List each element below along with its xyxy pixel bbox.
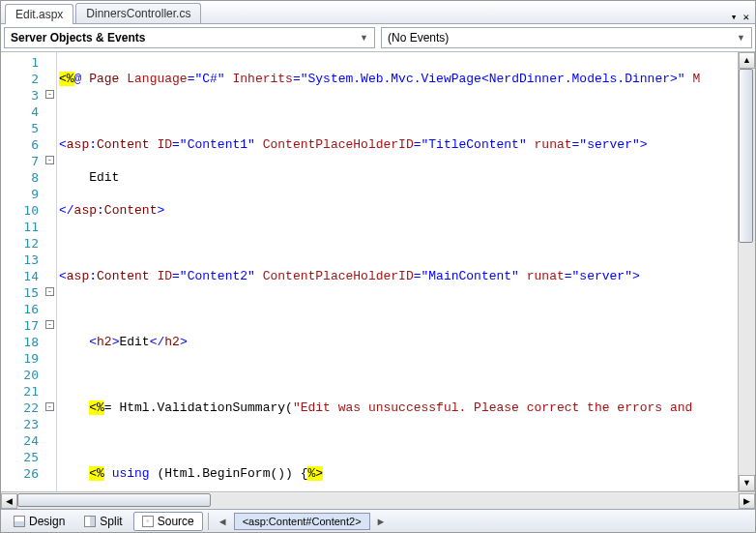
fold-toggle[interactable]: - xyxy=(45,156,54,164)
line-number: 23 xyxy=(1,416,56,432)
code-editor: 1 2 3- 4 5 6 7- 8 9 10 11 12 13 14 15- 1… xyxy=(1,52,755,491)
line-number: 22- xyxy=(1,400,56,416)
scrollbar-track[interactable] xyxy=(739,69,755,475)
events-dropdown-label: (No Events) xyxy=(388,31,449,44)
chevron-down-icon: ▼ xyxy=(360,33,368,43)
scroll-left-icon[interactable]: ◀ xyxy=(1,493,17,509)
line-number: 11 xyxy=(1,219,56,235)
line-number: 9 xyxy=(1,186,56,202)
fold-toggle[interactable]: - xyxy=(45,402,54,411)
events-dropdown[interactable]: (No Events) ▼ xyxy=(381,27,752,48)
line-number: 12 xyxy=(1,235,56,252)
line-number: 19 xyxy=(1,350,56,367)
tab-dinnerscontroller[interactable]: DinnersController.cs xyxy=(75,3,201,23)
scroll-down-icon[interactable]: ▼ xyxy=(739,475,755,491)
line-number: 5 xyxy=(1,120,56,136)
line-number: 3- xyxy=(1,87,56,104)
chevron-down-icon: ▼ xyxy=(737,33,745,43)
line-number: 26 xyxy=(1,465,56,482)
split-view-button[interactable]: Split xyxy=(75,512,131,531)
objects-dropdown[interactable]: Server Objects & Events ▼ xyxy=(4,27,375,48)
line-number: 8 xyxy=(1,169,56,186)
objects-dropdown-label: Server Objects & Events xyxy=(11,31,145,44)
tab-edit-aspx[interactable]: Edit.aspx xyxy=(5,4,73,24)
line-number: 17- xyxy=(1,317,56,334)
horizontal-scrollbar[interactable]: ◀ ▶ xyxy=(1,491,755,509)
source-view-button[interactable]: ◦Source xyxy=(133,512,203,531)
breadcrumb-next-icon[interactable]: ► xyxy=(372,516,391,527)
split-label: Split xyxy=(100,515,122,528)
design-icon xyxy=(14,516,25,527)
line-number: 10 xyxy=(1,202,56,219)
line-number: 21 xyxy=(1,383,56,400)
design-view-button[interactable]: Design xyxy=(5,512,73,531)
scroll-up-icon[interactable]: ▲ xyxy=(739,52,755,69)
design-label: Design xyxy=(29,515,65,528)
scrollbar-track[interactable] xyxy=(17,493,739,509)
fold-toggle[interactable]: - xyxy=(45,90,54,99)
source-label: Source xyxy=(158,515,194,528)
line-number: 25 xyxy=(1,449,56,465)
line-number: 6 xyxy=(1,136,56,153)
close-icon[interactable]: ✕ xyxy=(742,11,749,23)
view-mode-bar: Design Split ◦Source ◄ <asp:Content#Cont… xyxy=(1,509,755,532)
scroll-right-icon[interactable]: ▶ xyxy=(739,493,755,509)
fold-toggle[interactable]: - xyxy=(45,320,54,329)
vertical-scrollbar[interactable]: ▲ ▼ xyxy=(738,52,755,491)
line-number: 13 xyxy=(1,252,56,268)
line-number: 15- xyxy=(1,284,56,301)
line-number: 7- xyxy=(1,153,56,169)
line-number: 2 xyxy=(1,71,56,87)
line-number: 20 xyxy=(1,367,56,383)
line-number: 24 xyxy=(1,432,56,449)
breadcrumb-prev-icon[interactable]: ◄ xyxy=(214,516,232,527)
scrollbar-thumb[interactable] xyxy=(739,69,753,243)
split-icon xyxy=(84,516,96,527)
breadcrumb-content2[interactable]: <asp:Content#Content2> xyxy=(234,513,370,530)
window-dropdown-icon[interactable]: ▾ xyxy=(731,11,738,23)
scrollbar-thumb[interactable] xyxy=(17,493,211,507)
navigation-dropdowns: Server Objects & Events ▼ (No Events) ▼ xyxy=(1,24,755,52)
source-icon: ◦ xyxy=(142,516,154,527)
line-number: 18 xyxy=(1,334,56,350)
line-number: 1 xyxy=(1,54,56,71)
separator xyxy=(208,513,209,530)
code-area[interactable]: <%@ Page Language="C#" Inherits="System.… xyxy=(57,52,738,491)
line-number: 14 xyxy=(1,268,56,284)
line-number-gutter: 1 2 3- 4 5 6 7- 8 9 10 11 12 13 14 15- 1… xyxy=(1,52,57,491)
line-number: 16 xyxy=(1,301,56,317)
document-tabs: Edit.aspx DinnersController.cs ▾ ✕ xyxy=(1,1,755,24)
line-number: 4 xyxy=(1,104,56,120)
fold-toggle[interactable]: - xyxy=(45,287,54,296)
